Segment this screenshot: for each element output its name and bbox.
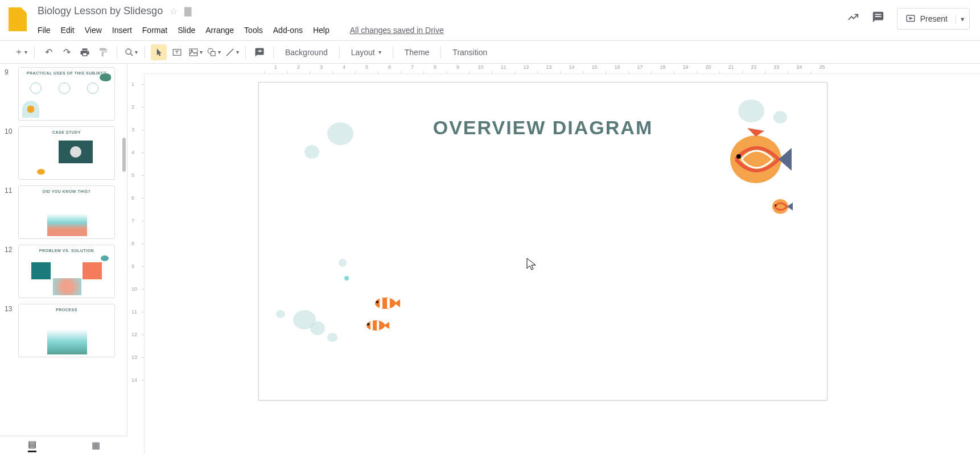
clownfish-decoration: [364, 319, 389, 334]
thumb-title: PRACTICAL USES OF THIS SUBJECT: [19, 71, 114, 75]
menu-addons[interactable]: Add-ons: [273, 26, 303, 35]
present-button-group: Present ▾: [897, 8, 970, 30]
thumb-wrap-13: 13 PROCESS: [5, 304, 122, 357]
bubble-decoration: [276, 310, 285, 318]
shape-tool[interactable]: ▾: [205, 44, 221, 60]
grid-view-icon[interactable]: ▦: [92, 440, 100, 451]
comments-icon[interactable]: [872, 11, 884, 27]
svg-rect-10: [211, 51, 215, 56]
bubble-decoration: [304, 145, 319, 159]
svg-point-2: [126, 49, 131, 54]
thumb-number: 13: [5, 304, 18, 357]
print-button[interactable]: [77, 44, 93, 60]
scrollbar-thumb[interactable]: [122, 138, 126, 172]
svg-point-8: [191, 49, 192, 51]
menu-insert[interactable]: Insert: [112, 26, 132, 35]
thumb-title: CASE STUDY: [19, 130, 114, 134]
document-title[interactable]: Biology Lesson by Slidesgo: [38, 5, 163, 17]
app-logo[interactable]: [6, 3, 30, 35]
menu-arrange[interactable]: Arrange: [205, 26, 234, 35]
thumb-number: 11: [5, 185, 18, 239]
layout-label: Layout: [351, 48, 375, 57]
svg-marker-20: [384, 322, 389, 329]
thumb-number: 12: [5, 245, 18, 298]
separator: [145, 46, 145, 59]
thumb-title: DID YOU KNOW THIS?: [19, 189, 114, 193]
menu-edit[interactable]: Edit: [61, 26, 75, 35]
paint-format-button[interactable]: [95, 44, 111, 60]
svg-marker-24: [747, 128, 764, 137]
filmstrip-view-icon[interactable]: ▤: [28, 439, 36, 452]
svg-point-17: [367, 320, 385, 331]
thumb-number: 9: [5, 67, 18, 121]
svg-line-11: [227, 49, 233, 56]
svg-marker-23: [779, 148, 792, 171]
line-tool[interactable]: ▾: [224, 44, 240, 60]
select-tool[interactable]: [151, 44, 167, 60]
app-header: Biology Lesson by Slidesgo ☆ ▇ File Edit…: [0, 0, 980, 41]
canvas-area[interactable]: OVERVIEW DIAGRAM: [127, 64, 980, 454]
horizontal-ruler: [145, 64, 980, 74]
present-button[interactable]: Present: [897, 14, 956, 24]
textbox-tool[interactable]: [169, 44, 185, 60]
undo-button[interactable]: ↶: [40, 44, 56, 60]
clownfish-decoration: [373, 296, 400, 312]
present-dropdown[interactable]: ▾: [956, 15, 969, 23]
slide-thumbnail-10[interactable]: CASE STUDY: [18, 126, 115, 180]
menu-help[interactable]: Help: [313, 26, 330, 35]
toolbar: ＋▾ ↶ ↷ ▾ ▾ ▾ ▾ Background Layout▾ Theme …: [0, 41, 980, 64]
new-slide-button[interactable]: ＋▾: [13, 44, 28, 60]
menu-file[interactable]: File: [38, 26, 51, 35]
thumb-wrap-12: 12 PROBLEM VS. SOLUTION: [5, 245, 122, 298]
layout-button[interactable]: Layout▾: [345, 48, 387, 57]
slide-canvas[interactable]: OVERVIEW DIAGRAM: [258, 82, 827, 401]
image-tool[interactable]: ▾: [187, 44, 203, 60]
theme-button[interactable]: Theme: [399, 48, 435, 57]
separator: [34, 46, 35, 59]
svg-point-12: [375, 298, 396, 309]
slide-thumbnail-13[interactable]: PROCESS: [18, 304, 115, 357]
slide-thumbnail-12[interactable]: PROBLEM VS. SOLUTION: [18, 245, 115, 298]
redo-button[interactable]: ↷: [59, 44, 75, 60]
activity-icon[interactable]: [847, 11, 859, 27]
svg-point-25: [736, 154, 741, 159]
bubble-decoration: [327, 122, 353, 145]
svg-rect-13: [380, 298, 382, 308]
svg-marker-1: [909, 18, 912, 19]
menu-tools[interactable]: Tools: [244, 26, 263, 35]
thumb-wrap-10: 10 CASE STUDY: [5, 126, 122, 180]
svg-rect-19: [377, 321, 379, 330]
slides-icon: [9, 7, 27, 31]
thumb-title: PROCESS: [19, 308, 114, 312]
save-status[interactable]: All changes saved in Drive: [350, 26, 444, 35]
slide-thumbnail-11[interactable]: DID YOU KNOW THIS?: [18, 185, 115, 239]
separator: [273, 46, 274, 59]
bubble-decoration: [327, 333, 337, 342]
transition-button[interactable]: Transition: [447, 48, 493, 57]
zoom-button[interactable]: ▾: [123, 44, 139, 60]
present-label: Present: [920, 14, 948, 23]
separator: [117, 46, 117, 59]
slide-thumbnail-9[interactable]: PRACTICAL USES OF THIS SUBJECT: [18, 67, 115, 121]
thumb-number: 10: [5, 126, 18, 180]
svg-point-21: [367, 323, 369, 325]
separator: [393, 46, 393, 59]
folder-icon[interactable]: ▇: [184, 6, 191, 16]
svg-rect-18: [370, 321, 373, 330]
background-button[interactable]: Background: [279, 48, 333, 57]
svg-rect-14: [387, 298, 390, 308]
view-toggle: ▤ ▦: [0, 436, 127, 454]
star-icon[interactable]: ☆: [170, 6, 178, 16]
menu-slide[interactable]: Slide: [178, 26, 195, 35]
svg-line-3: [130, 53, 133, 56]
menu-format[interactable]: Format: [142, 26, 167, 35]
separator: [339, 46, 340, 59]
comment-button[interactable]: [252, 44, 267, 60]
filmstrip[interactable]: 9 PRACTICAL USES OF THIS SUBJECT 10 CASE…: [0, 64, 127, 454]
svg-point-28: [775, 205, 777, 207]
bubble-decoration: [339, 259, 347, 267]
bubble-decoration: [310, 321, 325, 335]
main-area: 9 PRACTICAL USES OF THIS SUBJECT 10 CASE…: [0, 64, 980, 454]
svg-marker-15: [394, 299, 400, 307]
menu-view[interactable]: View: [85, 26, 102, 35]
